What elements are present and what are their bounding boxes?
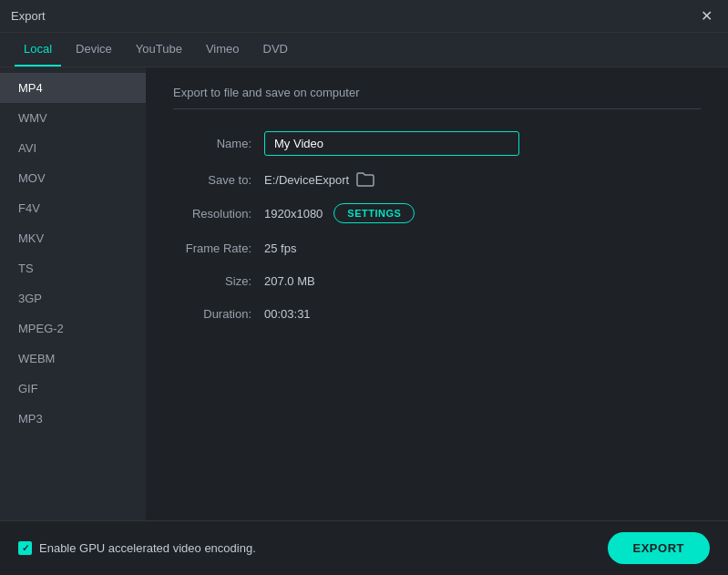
save-path-text: E:/DeviceExport bbox=[264, 173, 349, 187]
sidebar-item-mov[interactable]: MOV bbox=[0, 163, 146, 193]
frame-rate-row: Frame Rate: 25 fps bbox=[173, 240, 701, 256]
gpu-label-text: Enable GPU accelerated video encoding. bbox=[39, 541, 256, 555]
close-button[interactable]: ✕ bbox=[695, 5, 717, 27]
main-panel: Export to file and save on computer Name… bbox=[146, 67, 728, 520]
resolution-row: Resolution: 1920x1080 SETTINGS bbox=[173, 203, 701, 223]
gpu-checkbox[interactable]: ✓ bbox=[18, 541, 32, 555]
duration-row: Duration: 00:03:31 bbox=[173, 305, 701, 322]
sidebar-item-3gp[interactable]: 3GP bbox=[0, 283, 146, 313]
content-area: MP4 WMV AVI MOV F4V MKV TS 3GP MPEG-2 WE… bbox=[0, 67, 728, 520]
title-bar: Export ✕ bbox=[0, 0, 728, 33]
resolution-label: Resolution: bbox=[173, 207, 264, 221]
sidebar-item-mkv[interactable]: MKV bbox=[0, 223, 146, 253]
resolution-field: 1920x1080 SETTINGS bbox=[264, 203, 701, 223]
duration-value: 00:03:31 bbox=[264, 307, 311, 321]
save-to-label: Save to: bbox=[173, 173, 264, 187]
sidebar-item-gif[interactable]: GIF bbox=[0, 374, 146, 404]
sidebar-item-f4v[interactable]: F4V bbox=[0, 193, 146, 223]
frame-rate-value: 25 fps bbox=[264, 241, 296, 255]
name-input[interactable] bbox=[264, 131, 519, 156]
sidebar-item-mpeg2[interactable]: MPEG-2 bbox=[0, 313, 146, 344]
size-label: Size: bbox=[173, 274, 264, 288]
gpu-checkbox-label[interactable]: ✓ Enable GPU accelerated video encoding. bbox=[18, 541, 256, 555]
settings-button[interactable]: SETTINGS bbox=[333, 203, 415, 223]
sidebar-item-mp3[interactable]: MP3 bbox=[0, 404, 146, 434]
name-label: Name: bbox=[173, 137, 264, 150]
size-field: 207.0 MB bbox=[264, 272, 701, 289]
tab-vimeo[interactable]: Vimeo bbox=[197, 33, 249, 67]
browse-folder-button[interactable] bbox=[356, 172, 374, 187]
sidebar-item-webm[interactable]: WEBM bbox=[0, 344, 146, 374]
size-value: 207.0 MB bbox=[264, 274, 315, 288]
name-row: Name: bbox=[173, 131, 701, 156]
resolution-value: 1920x1080 bbox=[264, 207, 323, 221]
frame-rate-field: 25 fps bbox=[264, 240, 701, 256]
duration-label: Duration: bbox=[173, 307, 264, 321]
sidebar-item-ts[interactable]: TS bbox=[0, 253, 146, 283]
sidebar-item-wmv[interactable]: WMV bbox=[0, 103, 146, 133]
sidebar-item-mp4[interactable]: MP4 bbox=[0, 73, 146, 103]
sidebar-item-avi[interactable]: AVI bbox=[0, 133, 146, 163]
tab-local[interactable]: Local bbox=[15, 33, 61, 67]
duration-field: 00:03:31 bbox=[264, 305, 701, 322]
section-title: Export to file and save on computer bbox=[173, 86, 701, 109]
sidebar: MP4 WMV AVI MOV F4V MKV TS 3GP MPEG-2 WE… bbox=[0, 67, 146, 520]
save-to-row: Save to: E:/DeviceExport bbox=[173, 172, 701, 187]
tab-youtube[interactable]: YouTube bbox=[127, 33, 191, 67]
tab-dvd[interactable]: DVD bbox=[254, 33, 297, 67]
save-to-field: E:/DeviceExport bbox=[264, 172, 701, 187]
frame-rate-label: Frame Rate: bbox=[173, 241, 264, 255]
footer: ✓ Enable GPU accelerated video encoding.… bbox=[0, 520, 728, 575]
nav-tabs: Local Device YouTube Vimeo DVD bbox=[0, 33, 728, 67]
export-button[interactable]: EXPORT bbox=[608, 532, 710, 564]
folder-icon bbox=[356, 172, 374, 187]
name-field-wrapper bbox=[264, 131, 701, 156]
window-title: Export bbox=[11, 9, 46, 23]
size-row: Size: 207.0 MB bbox=[173, 272, 701, 289]
tab-device[interactable]: Device bbox=[67, 33, 121, 67]
